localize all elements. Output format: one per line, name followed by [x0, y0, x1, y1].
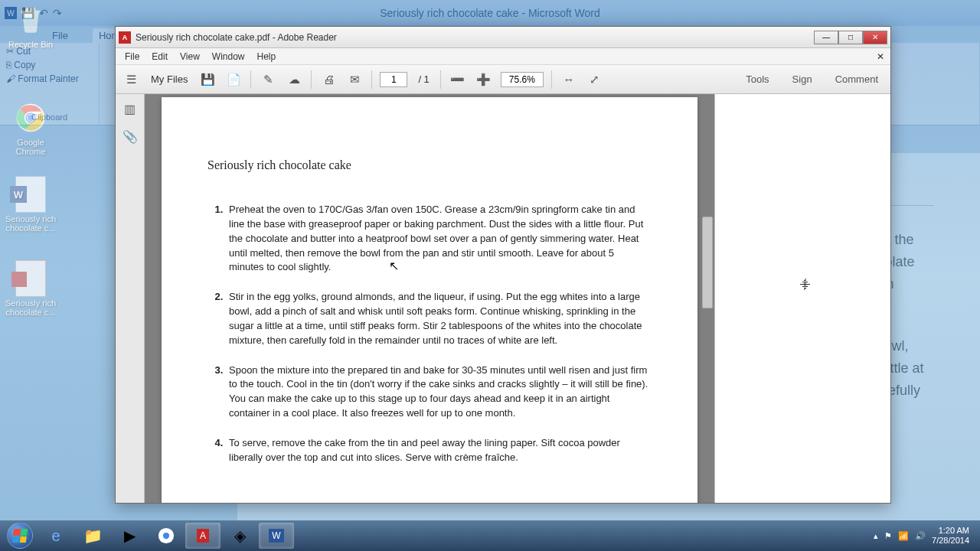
save-icon[interactable]: 💾 — [198, 70, 217, 89]
menu-edit[interactable]: Edit — [147, 50, 172, 64]
reader-toolbar: ☰ My Files 💾 📄 ✎ ☁ 🖨 ✉ / 1 ➖ ➕ ↔ ⤢ Tools… — [116, 65, 890, 94]
taskbar: e 📁 ▶ A ◈ W ▴ ⚑ 📶 🔊 1:20 AM 7/28/2014 — [0, 520, 980, 551]
windows-logo-icon — [12, 529, 28, 543]
reader-titlebar[interactable]: A Seriously rich chocolate cake.pdf - Ad… — [116, 27, 890, 48]
word-icon: W — [5, 7, 17, 19]
taskbar-word[interactable]: W — [259, 523, 294, 549]
convert-icon[interactable]: 📄 — [224, 70, 243, 89]
cut-button[interactable]: ✂ Cut — [6, 46, 31, 57]
taskbar-app[interactable]: ◈ — [222, 523, 257, 549]
format-painter-button[interactable]: 🖌 Format Painter — [6, 73, 79, 84]
pdf-list-item: Stir in the egg yolks, ground almonds, a… — [226, 290, 652, 347]
hamburger-icon[interactable]: ☰ — [122, 70, 140, 89]
adobe-reader-window: A Seriously rich chocolate cake.pdf - Ad… — [115, 26, 891, 504]
menu-help[interactable]: Help — [253, 50, 281, 64]
start-button[interactable] — [5, 520, 35, 551]
taskbar-adobe-reader[interactable]: A — [185, 523, 220, 549]
tab-file[interactable]: File — [46, 28, 74, 43]
tray-volume-icon[interactable]: 🔊 — [915, 531, 926, 541]
system-tray: ▴ ⚑ 📶 🔊 1:20 AM 7/28/2014 — [874, 526, 975, 545]
adobe-reader-icon: A — [119, 31, 131, 44]
ribbon-group-label: Clipboard — [6, 112, 93, 122]
fit-width-icon[interactable]: ↔ — [560, 70, 578, 89]
fit-page-icon[interactable]: ⤢ — [586, 70, 604, 89]
taskbar-media-player[interactable]: ▶ — [112, 523, 147, 549]
tab-close-button[interactable]: ✕ — [874, 51, 887, 62]
page-number-input[interactable] — [380, 72, 407, 87]
page-total-label: / 1 — [415, 73, 432, 85]
reader-right-pane: ⸎ — [714, 94, 890, 503]
zoom-out-icon[interactable]: ➖ — [449, 70, 467, 89]
squiggle-mark: ⸎ — [799, 278, 812, 292]
tools-panel-button[interactable]: Tools — [740, 70, 775, 88]
menu-window[interactable]: Window — [207, 50, 250, 64]
word-titlebar[interactable]: W 💾 ↶ ↷ Seriously rich chocolate cake - … — [0, 0, 980, 26]
close-button[interactable]: ✕ — [863, 31, 887, 44]
pdf-doc-title: Seriously rich chocolate cake — [207, 158, 652, 172]
my-files-button[interactable]: My Files — [148, 73, 191, 85]
zoom-in-icon[interactable]: ➕ — [475, 70, 493, 89]
word-title-text: Seriously rich chocolate cake - Microsof… — [380, 7, 600, 19]
undo-icon[interactable]: ↶ — [39, 7, 48, 19]
copy-button[interactable]: ⎘ Copy — [6, 60, 35, 70]
reader-title-text: Seriously rich chocolate cake.pdf - Adob… — [136, 32, 814, 43]
tray-time: 1:20 AM — [932, 526, 969, 536]
tray-flag-icon[interactable]: ⚑ — [884, 531, 892, 541]
email-icon[interactable]: ✉ — [345, 70, 364, 89]
tray-show-hidden-icon[interactable]: ▴ — [874, 531, 878, 541]
taskbar-chrome[interactable] — [149, 523, 184, 549]
edit-icon[interactable]: ✎ — [259, 70, 277, 89]
taskbar-explorer[interactable]: 📁 — [75, 523, 110, 549]
pdf-list-item: Preheat the oven to 170C/Gas 3/fan oven … — [226, 203, 652, 275]
comment-panel-button[interactable]: Comment — [829, 70, 884, 88]
pdf-page: Seriously rich chocolate cake Preheat th… — [162, 97, 697, 503]
reader-page-viewport[interactable]: Seriously rich chocolate cake Preheat th… — [145, 94, 714, 503]
save-icon[interactable]: 💾 — [21, 7, 34, 19]
thumbnails-icon[interactable]: ▥ — [122, 100, 139, 117]
taskbar-ie[interactable]: e — [38, 523, 74, 549]
cloud-icon[interactable]: ☁ — [285, 70, 303, 89]
reader-sidebar: ▥ 📎 — [116, 94, 145, 503]
minimize-button[interactable]: — — [814, 31, 838, 44]
reader-menubar: File Edit View Window Help ✕ — [116, 48, 890, 65]
menu-view[interactable]: View — [175, 50, 204, 64]
menu-file[interactable]: File — [120, 50, 144, 64]
svg-point-5 — [163, 533, 169, 539]
tray-clock[interactable]: 1:20 AM 7/28/2014 — [932, 526, 969, 545]
zoom-input[interactable] — [501, 72, 544, 87]
print-icon[interactable]: 🖨 — [319, 70, 338, 89]
pdf-list-item: Spoon the mixture into the prepared tin … — [226, 364, 652, 421]
tray-date: 7/28/2014 — [932, 536, 969, 546]
tray-network-icon[interactable]: 📶 — [898, 531, 909, 541]
scrollbar-thumb[interactable] — [702, 217, 713, 308]
redo-icon[interactable]: ↷ — [53, 7, 62, 19]
pdf-list-item: To serve, remove the cake from the tin a… — [226, 436, 652, 465]
maximize-button[interactable]: □ — [838, 31, 863, 44]
sign-panel-button[interactable]: Sign — [786, 70, 818, 88]
reader-body: ▥ 📎 Seriously rich chocolate cake Prehea… — [116, 94, 890, 503]
attachments-icon[interactable]: 📎 — [122, 128, 139, 145]
